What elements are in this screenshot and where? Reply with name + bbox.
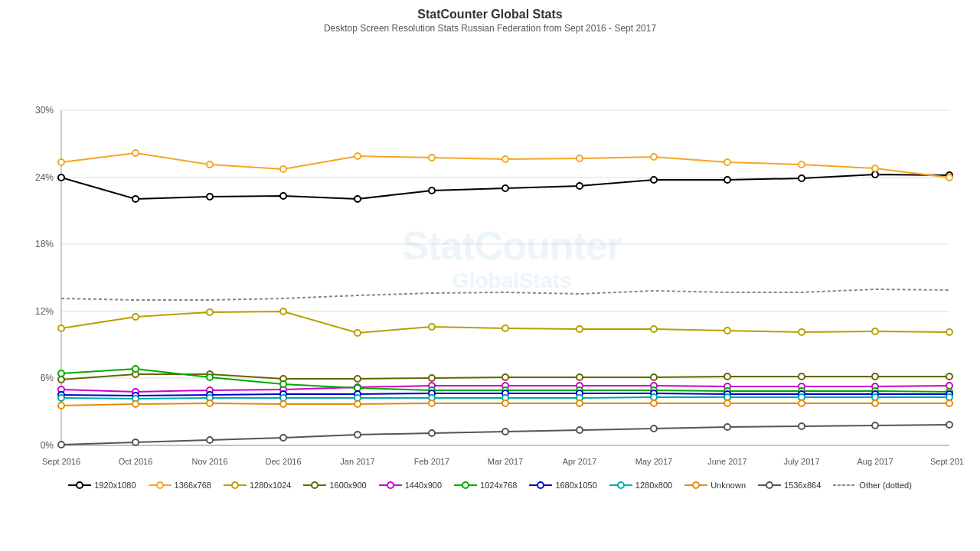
svg-point-150 (502, 429, 508, 435)
svg-point-122 (354, 395, 361, 401)
svg-point-44 (354, 153, 361, 159)
legend-label-other: Other (dotted) (859, 481, 911, 490)
svg-point-29 (207, 194, 213, 200)
svg-point-42 (207, 161, 213, 168)
svg-point-30 (280, 193, 286, 199)
svg-point-140 (724, 400, 730, 406)
svg-text:Apr 2017: Apr 2017 (563, 457, 597, 466)
svg-point-49 (724, 159, 730, 165)
svg-text:Sept 2016: Sept 2016 (42, 457, 80, 466)
svg-point-56 (280, 308, 286, 315)
svg-point-27 (58, 174, 64, 181)
svg-point-136 (429, 400, 435, 406)
legend-item-1024x768: 1024x768 (454, 481, 517, 490)
legend-item-1366x768: 1366x768 (149, 481, 211, 490)
svg-point-35 (651, 177, 657, 183)
svg-point-75 (724, 373, 730, 380)
legend-label-1600x900: 1600x900 (329, 481, 366, 490)
svg-point-95 (280, 381, 286, 387)
svg-point-135 (354, 401, 361, 407)
chart-area: StatCounter GlobalStats 0% 6% 12% 18% 24… (15, 40, 965, 476)
legend-item-1440x900: 1440x900 (379, 481, 442, 490)
legend-label-1280x1024: 1280x1024 (250, 481, 291, 490)
legend-item-1680x1050: 1680x1050 (529, 481, 596, 490)
svg-point-144 (58, 442, 64, 448)
legend-label-1366x768: 1366x768 (175, 481, 211, 490)
svg-point-61 (651, 326, 657, 332)
svg-text:Aug 2017: Aug 2017 (857, 457, 893, 466)
svg-point-36 (724, 177, 730, 183)
svg-point-28 (132, 196, 139, 202)
svg-point-176 (766, 482, 773, 488)
svg-point-31 (354, 196, 361, 202)
svg-text:Mar 2017: Mar 2017 (488, 457, 523, 466)
svg-text:Jan 2017: Jan 2017 (340, 457, 374, 466)
svg-text:12%: 12% (35, 306, 54, 317)
svg-point-133 (207, 400, 213, 406)
svg-point-52 (946, 174, 952, 181)
svg-point-47 (577, 155, 583, 161)
svg-point-76 (799, 373, 805, 380)
svg-point-132 (132, 401, 139, 407)
svg-point-57 (354, 330, 361, 336)
svg-point-91 (946, 383, 952, 389)
svg-point-154 (799, 423, 805, 429)
svg-point-72 (502, 374, 508, 380)
svg-point-55 (207, 309, 213, 315)
svg-point-164 (312, 482, 318, 488)
legend-label-1280x800: 1280x800 (635, 481, 672, 490)
svg-text:18%: 18% (35, 239, 54, 249)
legend-label-1536x864: 1536x864 (784, 481, 821, 490)
svg-point-134 (280, 401, 286, 407)
legend-item-1536x864: 1536x864 (758, 481, 821, 490)
svg-point-166 (387, 482, 394, 488)
svg-point-70 (354, 376, 361, 382)
svg-point-141 (799, 400, 805, 406)
svg-point-74 (651, 374, 657, 380)
legend-item-unknown: Unknown (684, 481, 746, 490)
svg-point-93 (132, 366, 139, 372)
svg-point-66 (58, 377, 64, 383)
svg-point-160 (157, 482, 163, 488)
svg-point-77 (872, 373, 878, 380)
svg-point-118 (58, 395, 64, 401)
svg-point-62 (724, 328, 730, 334)
chart-subtitle: Desktop Screen Resolution Stats Russian … (324, 23, 656, 34)
svg-point-168 (462, 482, 469, 488)
svg-point-146 (207, 437, 213, 443)
svg-point-143 (946, 400, 952, 406)
svg-point-142 (872, 400, 878, 406)
legend-label-1024x768: 1024x768 (480, 481, 517, 490)
legend-label-1920x1080: 1920x1080 (94, 481, 136, 490)
legend-item-1920x1080: 1920x1080 (68, 481, 136, 490)
legend-label-1440x900: 1440x900 (405, 481, 442, 490)
svg-point-59 (502, 325, 508, 331)
svg-point-92 (58, 370, 64, 377)
svg-point-94 (207, 374, 213, 380)
svg-point-78 (946, 373, 952, 380)
svg-point-48 (651, 154, 657, 160)
svg-point-158 (77, 482, 83, 488)
svg-point-170 (537, 482, 544, 488)
svg-point-60 (577, 326, 583, 332)
svg-point-32 (429, 187, 435, 194)
svg-point-53 (58, 325, 64, 331)
svg-point-128 (799, 394, 805, 400)
svg-text:Nov 2016: Nov 2016 (191, 457, 227, 466)
svg-point-33 (502, 185, 508, 191)
svg-text:May 2017: May 2017 (635, 457, 672, 466)
svg-point-50 (799, 161, 805, 168)
legend-label-unknown: Unknown (710, 481, 746, 490)
svg-point-41 (132, 150, 139, 156)
svg-point-172 (618, 482, 624, 488)
svg-text:Feb 2017: Feb 2017 (414, 457, 449, 466)
svg-point-43 (280, 166, 286, 172)
svg-point-137 (502, 400, 508, 406)
svg-point-63 (799, 329, 805, 335)
chart-svg: 0% 6% 12% 18% 24% 30% Sept 2016 Oct 2016… (15, 40, 965, 476)
svg-point-151 (577, 427, 583, 433)
legend-item-1280x800: 1280x800 (609, 481, 672, 490)
svg-point-129 (872, 394, 878, 400)
svg-text:June 2017: June 2017 (707, 457, 746, 466)
svg-point-145 (132, 439, 139, 445)
